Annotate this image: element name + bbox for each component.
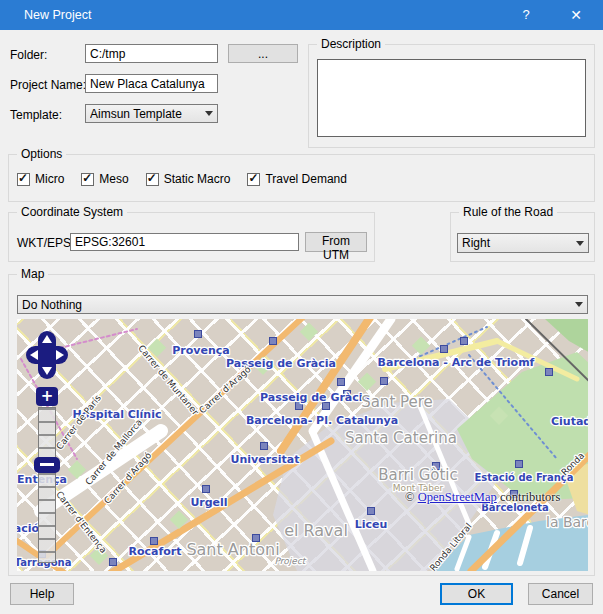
- attribution-suffix: contributors: [497, 490, 561, 504]
- map-label: Rocafort: [129, 545, 182, 558]
- description-group-title: Description: [317, 37, 385, 51]
- rule-of-the-road-value: Right: [462, 236, 572, 250]
- chevron-down-icon: [575, 302, 583, 307]
- options-group: Options Micro Meso Static Macro Travel D…: [8, 154, 595, 202]
- coordinate-system-group-title: Coordinate System: [17, 205, 127, 219]
- map-action-value: Do Nothing: [22, 298, 571, 312]
- map-label: Carrer de París: [54, 393, 103, 452]
- option-micro[interactable]: Micro: [17, 172, 64, 186]
- browse-button[interactable]: ...: [228, 44, 298, 63]
- micro-checkbox[interactable]: [17, 173, 30, 186]
- options-row: Micro Meso Static Macro Travel Demand: [17, 172, 347, 186]
- map-park-block: [300, 323, 318, 341]
- option-travel-demand[interactable]: Travel Demand: [247, 172, 347, 186]
- option-meso[interactable]: Meso: [81, 172, 128, 186]
- map-area: [545, 319, 588, 361]
- close-icon[interactable]: ✕: [559, 0, 593, 30]
- map-label: Santa Caterina: [345, 429, 457, 447]
- map-label: Barcelona- Pl. Catalunya: [246, 414, 398, 427]
- map-label: Carrer d'Aragó: [197, 364, 253, 416]
- map-label: Project: [275, 556, 307, 566]
- map-label: Ciutadella: [551, 415, 588, 428]
- help-icon[interactable]: ?: [509, 0, 543, 30]
- map-label: ació: [17, 522, 39, 535]
- zoom-in-button[interactable]: +: [36, 387, 58, 406]
- chevron-down-icon: [205, 111, 213, 116]
- rule-of-the-road-group-title: Rule of the Road: [459, 205, 557, 219]
- map-label: Urgell: [190, 496, 227, 509]
- station-marker: [151, 538, 158, 545]
- station-marker: [368, 508, 375, 515]
- map-label: Sant Pere: [361, 393, 433, 411]
- options-group-title: Options: [17, 147, 66, 161]
- folder-input[interactable]: [85, 44, 218, 63]
- map-label: Universitat: [231, 453, 300, 466]
- static-macro-checkbox-label: Static Macro: [164, 172, 231, 186]
- pan-right-icon[interactable]: [56, 350, 64, 360]
- map-label: Liceu: [355, 518, 388, 531]
- map-action-select[interactable]: Do Nothing: [17, 295, 588, 314]
- static-macro-checkbox[interactable]: [146, 173, 159, 186]
- rule-of-the-road-select[interactable]: Right: [457, 233, 589, 253]
- help-button[interactable]: Help: [10, 583, 74, 605]
- map-attribution: © OpenStreetMap contributors: [405, 490, 560, 505]
- new-project-dialog: New Project ? ✕ Folder: ... Project Name…: [0, 0, 603, 614]
- rule-of-the-road-group: Rule of the Road Right: [450, 212, 595, 262]
- map-group: Map Do Nothing ProvençaPasseig de Gràcia…: [8, 274, 595, 576]
- window-title: New Project: [24, 0, 91, 30]
- station-marker: [441, 346, 448, 353]
- template-select-value: Aimsun Template: [90, 107, 201, 121]
- station-marker: [381, 378, 388, 385]
- map-label: Provença: [172, 344, 229, 357]
- map-label: Barcelona - Arc de Triomf: [378, 356, 535, 369]
- description-textarea[interactable]: [317, 59, 586, 137]
- minus-icon: [40, 463, 54, 466]
- template-label: Template:: [10, 108, 62, 122]
- titlebar[interactable]: New Project ? ✕: [0, 0, 603, 30]
- map-label: Sant Antoni: [186, 540, 279, 559]
- map-label: Passeig de Gràcia: [260, 391, 370, 404]
- map-group-title: Map: [17, 267, 48, 281]
- pan-up-icon[interactable]: [42, 335, 52, 343]
- cancel-button[interactable]: Cancel: [528, 583, 593, 605]
- coordinate-system-group: Coordinate System WKT/EPSG: From UTM: [8, 212, 375, 262]
- station-marker: [203, 486, 210, 493]
- zoom-slider-track[interactable]: [38, 407, 56, 563]
- station-marker: [110, 559, 117, 566]
- from-utm-button[interactable]: From UTM: [305, 232, 367, 252]
- map-label: Estació de França: [474, 472, 573, 483]
- pan-down-icon[interactable]: [42, 367, 52, 375]
- project-name-label: Project Name:: [10, 78, 86, 92]
- station-marker: [338, 379, 345, 386]
- openstreetmap-link[interactable]: OpenStreetMap: [418, 490, 497, 504]
- meso-checkbox[interactable]: [81, 173, 94, 186]
- map-label: Barri Gòtic: [378, 466, 458, 484]
- station-marker: [461, 338, 468, 345]
- travel-demand-checkbox[interactable]: [247, 173, 260, 186]
- station-marker: [270, 338, 277, 345]
- map-canvas[interactable]: ProvençaPasseig de GràciaBarcelona - Arc…: [17, 319, 588, 571]
- ok-button[interactable]: OK: [440, 583, 513, 605]
- micro-checkbox-label: Micro: [35, 172, 64, 186]
- travel-demand-checkbox-label: Travel Demand: [265, 172, 347, 186]
- map-label: el Raval: [284, 521, 348, 540]
- station-marker: [195, 331, 202, 338]
- project-name-input[interactable]: [85, 74, 218, 93]
- station-marker: [516, 461, 523, 468]
- option-static-macro[interactable]: Static Macro: [146, 172, 231, 186]
- attribution-prefix: ©: [405, 490, 418, 504]
- chevron-down-icon: [576, 241, 584, 246]
- meso-checkbox-label: Meso: [99, 172, 128, 186]
- station-marker: [261, 443, 268, 450]
- wkt-epsg-input[interactable]: [70, 233, 299, 251]
- zoom-out-button[interactable]: [34, 457, 60, 473]
- map-park-block: [358, 373, 376, 391]
- station-marker: [546, 369, 553, 376]
- map-label: la Barceloneta: [546, 514, 588, 530]
- description-group: Description: [308, 44, 595, 148]
- map-drawing: ProvençaPasseig de GràciaBarcelona - Arc…: [17, 319, 588, 571]
- template-select[interactable]: Aimsun Template: [85, 104, 218, 123]
- pan-left-icon[interactable]: [30, 350, 38, 360]
- folder-label: Folder:: [10, 48, 47, 62]
